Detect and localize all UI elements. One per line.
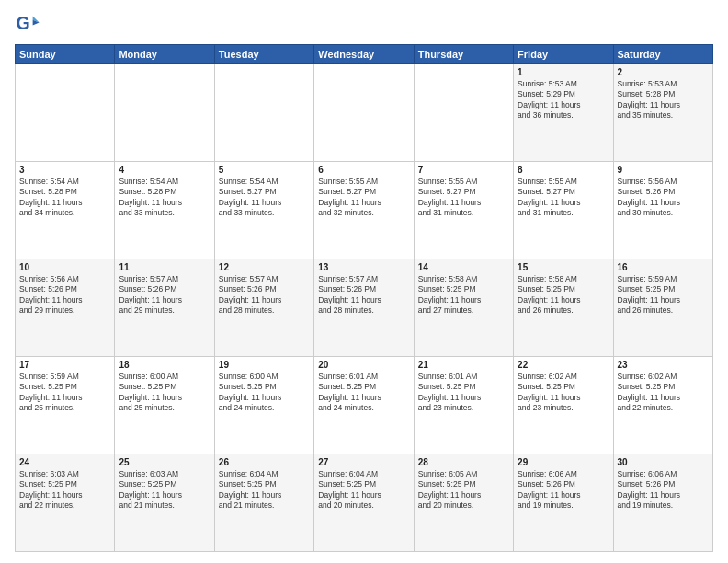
weekday-header-row: SundayMondayTuesdayWednesdayThursdayFrid… [16, 45, 713, 64]
calendar-cell: 23Sunrise: 6:02 AM Sunset: 5:25 PM Dayli… [613, 357, 712, 454]
weekday-header-wednesday: Wednesday [314, 45, 414, 64]
calendar-cell: 20Sunrise: 6:01 AM Sunset: 5:25 PM Dayli… [314, 357, 414, 454]
calendar-cell: 11Sunrise: 5:57 AM Sunset: 5:26 PM Dayli… [115, 259, 214, 357]
day-info: Sunrise: 6:06 AM Sunset: 5:26 PM Dayligh… [618, 469, 709, 511]
calendar-week-5: 24Sunrise: 6:03 AM Sunset: 5:25 PM Dayli… [16, 454, 713, 552]
logo: G [15, 11, 44, 37]
day-info: Sunrise: 6:06 AM Sunset: 5:26 PM Dayligh… [518, 469, 609, 511]
day-info: Sunrise: 6:03 AM Sunset: 5:25 PM Dayligh… [19, 469, 110, 511]
calendar-cell: 24Sunrise: 6:03 AM Sunset: 5:25 PM Dayli… [16, 454, 115, 552]
weekday-header-monday: Monday [115, 45, 214, 64]
day-info: Sunrise: 5:54 AM Sunset: 5:28 PM Dayligh… [19, 177, 110, 219]
calendar-cell: 13Sunrise: 5:57 AM Sunset: 5:26 PM Dayli… [314, 259, 414, 357]
calendar-cell: 4Sunrise: 5:54 AM Sunset: 5:28 PM Daylig… [115, 162, 214, 259]
day-number: 1 [518, 67, 609, 77]
calendar-cell: 28Sunrise: 6:05 AM Sunset: 5:25 PM Dayli… [414, 454, 513, 552]
day-number: 2 [618, 67, 709, 77]
day-number: 11 [119, 262, 210, 272]
day-info: Sunrise: 6:00 AM Sunset: 5:25 PM Dayligh… [219, 372, 310, 414]
day-number: 16 [618, 262, 709, 272]
weekday-header-thursday: Thursday [414, 45, 513, 64]
calendar-cell: 30Sunrise: 6:06 AM Sunset: 5:26 PM Dayli… [613, 454, 712, 552]
day-info: Sunrise: 5:55 AM Sunset: 5:27 PM Dayligh… [318, 177, 409, 219]
day-info: Sunrise: 5:55 AM Sunset: 5:27 PM Dayligh… [518, 177, 609, 219]
day-number: 21 [418, 360, 509, 370]
day-info: Sunrise: 6:03 AM Sunset: 5:25 PM Dayligh… [119, 469, 210, 511]
day-info: Sunrise: 6:04 AM Sunset: 5:25 PM Dayligh… [318, 469, 409, 511]
calendar-cell: 16Sunrise: 5:59 AM Sunset: 5:25 PM Dayli… [613, 259, 712, 357]
calendar-week-1: 1Sunrise: 5:53 AM Sunset: 5:29 PM Daylig… [16, 64, 713, 162]
day-number: 5 [219, 165, 310, 175]
calendar-cell: 15Sunrise: 5:58 AM Sunset: 5:25 PM Dayli… [514, 259, 613, 357]
day-info: Sunrise: 6:00 AM Sunset: 5:25 PM Dayligh… [119, 372, 210, 414]
day-number: 17 [19, 360, 110, 370]
calendar-cell: 12Sunrise: 5:57 AM Sunset: 5:26 PM Dayli… [214, 259, 313, 357]
calendar-cell: 7Sunrise: 5:55 AM Sunset: 5:27 PM Daylig… [414, 162, 513, 259]
day-info: Sunrise: 5:57 AM Sunset: 5:26 PM Dayligh… [219, 274, 310, 316]
calendar-week-3: 10Sunrise: 5:56 AM Sunset: 5:26 PM Dayli… [16, 259, 713, 357]
day-info: Sunrise: 5:58 AM Sunset: 5:25 PM Dayligh… [418, 274, 509, 316]
day-info: Sunrise: 5:53 AM Sunset: 5:28 PM Dayligh… [618, 79, 709, 121]
calendar-cell: 2Sunrise: 5:53 AM Sunset: 5:28 PM Daylig… [613, 64, 712, 162]
weekday-header-tuesday: Tuesday [214, 45, 313, 64]
calendar-cell [214, 64, 313, 162]
day-number: 22 [518, 360, 609, 370]
weekday-header-saturday: Saturday [613, 45, 712, 64]
calendar-cell: 21Sunrise: 6:01 AM Sunset: 5:25 PM Dayli… [414, 357, 513, 454]
day-number: 13 [318, 262, 409, 272]
weekday-header-friday: Friday [514, 45, 613, 64]
calendar-cell: 22Sunrise: 6:02 AM Sunset: 5:25 PM Dayli… [514, 357, 613, 454]
day-info: Sunrise: 6:04 AM Sunset: 5:25 PM Dayligh… [219, 469, 310, 511]
calendar-cell: 27Sunrise: 6:04 AM Sunset: 5:25 PM Dayli… [314, 454, 414, 552]
day-number: 15 [518, 262, 609, 272]
day-number: 20 [318, 360, 409, 370]
calendar-cell: 19Sunrise: 6:00 AM Sunset: 5:25 PM Dayli… [214, 357, 313, 454]
day-number: 19 [219, 360, 310, 370]
calendar-cell [414, 64, 513, 162]
calendar-cell: 18Sunrise: 6:00 AM Sunset: 5:25 PM Dayli… [115, 357, 214, 454]
calendar-cell [16, 64, 115, 162]
day-number: 8 [518, 165, 609, 175]
day-number: 7 [418, 165, 509, 175]
calendar-cell: 3Sunrise: 5:54 AM Sunset: 5:28 PM Daylig… [16, 162, 115, 259]
day-number: 23 [618, 360, 709, 370]
day-number: 26 [219, 457, 310, 467]
day-info: Sunrise: 5:53 AM Sunset: 5:29 PM Dayligh… [518, 79, 609, 121]
calendar-cell: 25Sunrise: 6:03 AM Sunset: 5:25 PM Dayli… [115, 454, 214, 552]
day-info: Sunrise: 5:54 AM Sunset: 5:27 PM Dayligh… [219, 177, 310, 219]
calendar-week-4: 17Sunrise: 5:59 AM Sunset: 5:25 PM Dayli… [16, 357, 713, 454]
day-number: 12 [219, 262, 310, 272]
day-info: Sunrise: 6:01 AM Sunset: 5:25 PM Dayligh… [318, 372, 409, 414]
day-number: 18 [119, 360, 210, 370]
day-number: 3 [19, 165, 110, 175]
day-number: 4 [119, 165, 210, 175]
calendar-cell: 6Sunrise: 5:55 AM Sunset: 5:27 PM Daylig… [314, 162, 414, 259]
svg-text:G: G [16, 13, 29, 33]
day-number: 25 [119, 457, 210, 467]
day-info: Sunrise: 5:59 AM Sunset: 5:25 PM Dayligh… [618, 274, 709, 316]
logo-icon: G [15, 11, 40, 37]
day-info: Sunrise: 6:01 AM Sunset: 5:25 PM Dayligh… [418, 372, 509, 414]
day-info: Sunrise: 6:02 AM Sunset: 5:25 PM Dayligh… [618, 372, 709, 414]
day-info: Sunrise: 5:56 AM Sunset: 5:26 PM Dayligh… [618, 177, 709, 219]
calendar-cell: 14Sunrise: 5:58 AM Sunset: 5:25 PM Dayli… [414, 259, 513, 357]
day-number: 28 [418, 457, 509, 467]
calendar-cell [115, 64, 214, 162]
calendar-cell: 29Sunrise: 6:06 AM Sunset: 5:26 PM Dayli… [514, 454, 613, 552]
page: G SundayMondayTuesdayWednesdayThursdayFr… [0, 0, 728, 563]
calendar-table: SundayMondayTuesdayWednesdayThursdayFrid… [15, 44, 713, 552]
day-number: 6 [318, 165, 409, 175]
calendar-cell: 17Sunrise: 5:59 AM Sunset: 5:25 PM Dayli… [16, 357, 115, 454]
day-info: Sunrise: 5:59 AM Sunset: 5:25 PM Dayligh… [19, 372, 110, 414]
day-info: Sunrise: 5:57 AM Sunset: 5:26 PM Dayligh… [318, 274, 409, 316]
day-number: 10 [19, 262, 110, 272]
calendar-cell [314, 64, 414, 162]
day-number: 24 [19, 457, 110, 467]
day-info: Sunrise: 6:02 AM Sunset: 5:25 PM Dayligh… [518, 372, 609, 414]
day-info: Sunrise: 5:56 AM Sunset: 5:26 PM Dayligh… [19, 274, 110, 316]
day-info: Sunrise: 5:58 AM Sunset: 5:25 PM Dayligh… [518, 274, 609, 316]
calendar-cell: 26Sunrise: 6:04 AM Sunset: 5:25 PM Dayli… [214, 454, 313, 552]
calendar-cell: 8Sunrise: 5:55 AM Sunset: 5:27 PM Daylig… [514, 162, 613, 259]
calendar-cell: 1Sunrise: 5:53 AM Sunset: 5:29 PM Daylig… [514, 64, 613, 162]
day-info: Sunrise: 5:55 AM Sunset: 5:27 PM Dayligh… [418, 177, 509, 219]
